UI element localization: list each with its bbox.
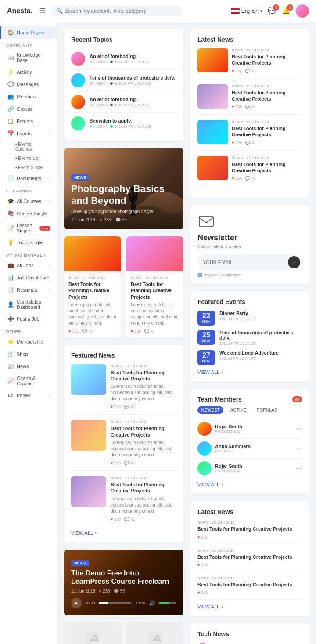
sidebar-item-events[interactable]: 📅 Events › — [0, 127, 57, 140]
topic-text: Tens of thousands of protesters defy. BY… — [90, 75, 176, 86]
video-news-tag: NEWS — [71, 560, 89, 566]
sidebar-item-events-list[interactable]: Events List — [0, 154, 57, 163]
team-view-all[interactable]: VIEW ALL › — [198, 482, 302, 487]
news-widget-view-all[interactable]: VIEW ALL › — [198, 604, 302, 609]
topic-avatar — [71, 73, 85, 87]
sidebar-item-all-courses[interactable]: 🎓 All Courses › — [0, 195, 57, 207]
news-right-item: NEWS 11 Jun 2018 Best Tools for Planning… — [198, 84, 302, 115]
tab-popular[interactable]: POPULAR — [253, 406, 281, 414]
team-member-item: Rojar Smith FRIENDS & & — [198, 419, 302, 439]
chevron-right-icon: › — [49, 352, 50, 357]
news-desc: Lorem ipsum dolor sit amet, consectetur … — [68, 302, 117, 326]
home-icon: 🏠 — [7, 29, 14, 36]
topic-meta: BY ADMIN 10DLO FR LOUNGE — [90, 124, 176, 129]
topic-text: An air of foreboding. BY ADMIN 10DLO FR … — [90, 97, 176, 107]
messages-button[interactable]: 💬 3 — [268, 7, 276, 15]
chevron-right-icon: › — [49, 263, 50, 268]
sidebar-item-home-pages[interactable]: 🏠 Home Pages › — [0, 26, 57, 39]
member-avatar — [198, 422, 212, 436]
sidebar-item-members[interactable]: 👥 Members — [0, 90, 57, 103]
news-widget-item: NEWS 15 Jun 2018 Best Tools for Planning… — [198, 549, 302, 572]
volume-icon[interactable]: 🔊 — [149, 600, 155, 606]
notification-badge: 1 — [287, 4, 293, 11]
charts-icon: 📈 — [7, 378, 14, 384]
member-options[interactable] — [296, 448, 302, 449]
groups-icon: 🔗 — [7, 106, 14, 112]
resume-icon: 📑 — [7, 287, 14, 293]
sidebar-item-forums[interactable]: 📋 Forums — [0, 115, 57, 127]
member-options[interactable] — [296, 468, 302, 469]
sidebar-item-shop[interactable]: 🛒 Shop › — [0, 348, 57, 360]
member-info: Anna Summers FRIENDS — [215, 444, 251, 453]
sidebar-item-activity[interactable]: ⚡ Activity — [0, 66, 57, 78]
event-info: Weekend Long Adventure 10DLO FR LOUNGE — [219, 350, 302, 361]
comment-icon: 💬 — [124, 517, 129, 521]
notifications-button[interactable]: 🔔 1 — [282, 7, 291, 15]
sidebar-item-lesson-single[interactable]: 📝 Lesson Single new — [0, 220, 57, 236]
membership-icon: ⭐ — [7, 339, 14, 345]
avatar[interactable] — [296, 4, 309, 18]
sidebar-item-documents[interactable]: 📄 Documents › — [0, 172, 57, 185]
events-view-all[interactable]: VIEW ALL › — [198, 369, 302, 375]
main-content: Recent Topics An air of foreboding. BY A… — [57, 22, 316, 644]
comment-icon: 💬 — [114, 589, 119, 593]
topic-text: Snowden to apply. BY ADMIN 10DLO FR LOUN… — [90, 118, 176, 129]
news-grid: NEWS 11 Jun 2018 Best Tools for Planning… — [64, 236, 183, 338]
member-options[interactable] — [296, 428, 302, 430]
shop-icon: 🛒 — [7, 351, 14, 357]
current-time: 20:30 — [85, 601, 95, 605]
newsletter-email-input[interactable] — [203, 260, 288, 265]
dot-blue-icon — [110, 61, 113, 63]
forums-icon: 📋 — [7, 118, 14, 124]
sidebar-item-all-jobs[interactable]: 💼 All Jobs › — [0, 259, 57, 271]
sidebar-item-messages[interactable]: 💬 Messages — [0, 78, 57, 90]
tab-newest[interactable]: NEWEST — [198, 406, 223, 414]
news-icon: 📰 — [7, 363, 14, 369]
volume-bar[interactable] — [159, 602, 176, 604]
news-footer: ♥ 236 💬 41 — [111, 517, 176, 521]
heart-icon: ♥ — [111, 517, 113, 521]
news-title: Best Tools for Planning Creative Project… — [111, 425, 176, 438]
language-selector[interactable]: English ▾ — [231, 8, 262, 14]
news-title: Best Tools for Planning Creative Project… — [232, 161, 302, 174]
newsletter-send-button[interactable]: › — [288, 256, 300, 268]
team-member-item: Anna Summers FRIENDS — [198, 439, 302, 459]
team-member-item: Rojar Smith FRIENDS & & — [198, 459, 302, 478]
elearning-section-label: E LEARNING — [0, 185, 57, 195]
sidebar-item-event-single[interactable]: Event Single — [0, 163, 57, 172]
sidebar-item-topic-single[interactable]: 💡 Topic Single — [0, 236, 57, 249]
featured-news-image — [71, 476, 106, 507]
chevron-right-icon: › — [49, 288, 50, 293]
sidebar-item-membership[interactable]: ⭐ Membership — [0, 336, 57, 348]
dot-blue-icon — [110, 104, 113, 106]
likes-stat: ♥ 236 — [68, 329, 79, 333]
news-right-item: NEWS 11 Jun 2018 Best Tools for Planning… — [198, 156, 302, 186]
newsletter-card: Newsletter Check Latest Updates › ℹ️ Imp… — [190, 205, 309, 284]
member-avatar — [198, 441, 212, 456]
event-info: Dinner Party 10DLO FR LOUNGE — [219, 311, 302, 321]
sidebar-item-pages[interactable]: 🗂 Pages › — [0, 389, 57, 402]
video-progress-bar[interactable] — [99, 602, 132, 604]
sidebar-item-knowledge-base[interactable]: 📖 Knowledge Base — [0, 49, 57, 66]
comments-stat: 💬 41 — [82, 329, 93, 333]
tab-active[interactable]: ACTIVE — [227, 406, 250, 414]
featured-news-view-all[interactable]: VIEW ALL › — [71, 530, 176, 535]
news-right-image — [198, 48, 228, 72]
likes-stat: ♥ 236 — [131, 329, 141, 333]
hamburger-icon[interactable]: ☰ — [40, 7, 46, 15]
comment-icon: 💬 — [245, 69, 250, 73]
sidebar-item-candidates[interactable]: 👤 Candidates Dashboard — [0, 296, 57, 313]
play-button[interactable]: ▶ — [71, 598, 82, 608]
news-tag: NEWS 11 Jun 2018 — [232, 48, 302, 52]
sidebar-item-charts[interactable]: 📈 Charts & Graphs — [0, 373, 57, 389]
sidebar-item-course-single[interactable]: 📚 Course Single — [0, 207, 57, 220]
sidebar-item-groups[interactable]: 🔗 Groups — [0, 103, 57, 115]
sidebar-item-resumes[interactable]: 📑 Resumes › — [0, 284, 57, 296]
sidebar-item-job-dashboard[interactable]: 📊 Job Dashboard — [0, 271, 57, 284]
sidebar-item-events-calendar[interactable]: Events Calendar — [0, 140, 57, 154]
sidebar-item-news[interactable]: 📰 News — [0, 360, 57, 373]
news-footer: ♥ 236 💬 41 — [232, 176, 302, 181]
news-tag: NEWS 11 Jun 2018 — [232, 84, 302, 88]
search-input[interactable] — [65, 8, 177, 14]
sidebar-item-post-job[interactable]: ➕ Post a Job — [0, 313, 57, 325]
